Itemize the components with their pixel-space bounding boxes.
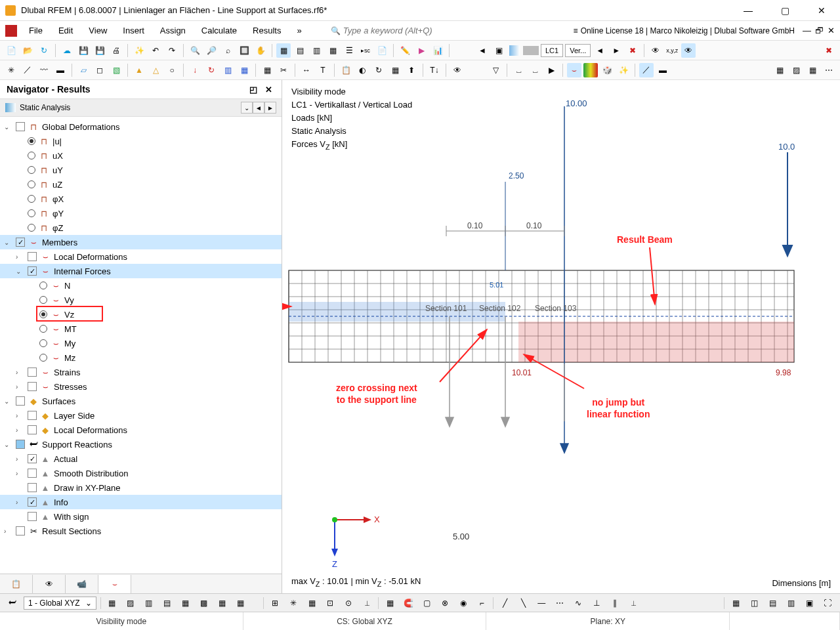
sb-view2-icon[interactable]: ◫ <box>747 596 761 610</box>
mirror-icon[interactable]: ◐ <box>355 63 369 77</box>
member-icon[interactable]: ▬ <box>53 63 68 77</box>
sb-line3-icon[interactable]: — <box>534 596 549 610</box>
tree-global-deformations[interactable]: ⌄ ⊓ Global Deformations <box>0 119 282 134</box>
tree-if-n[interactable]: ⌣N <box>0 278 282 293</box>
navigator-icon[interactable]: ☰ <box>342 43 356 58</box>
lc-nav-prev-icon[interactable]: ◄ <box>593 43 607 58</box>
analysis-dropdown-icon[interactable]: ⌄ <box>241 102 253 114</box>
doc-icon[interactable]: 📄 <box>375 43 389 58</box>
analysis-prev-icon[interactable]: ◄ <box>253 102 264 114</box>
tree-support[interactable]: ⌄⮨Support Reactions <box>0 437 282 452</box>
analysis-next-icon[interactable]: ► <box>264 102 276 114</box>
calc-icon[interactable]: ▶ <box>414 43 429 58</box>
navigator-undock-icon[interactable]: ◰ <box>247 85 260 94</box>
script-icon[interactable]: ▸sc <box>358 43 373 58</box>
sb-grid5-icon[interactable]: ▦ <box>178 596 193 610</box>
sb-osnap5-icon[interactable]: ◉ <box>456 596 471 610</box>
sb-osnap3-icon[interactable]: ▢ <box>419 596 434 610</box>
sb-grid4-icon[interactable]: ▤ <box>160 596 175 610</box>
zoom-out-icon[interactable]: 🔎 <box>204 43 219 58</box>
menu-assign[interactable]: Assign <box>154 23 192 38</box>
sb-snap5-icon[interactable]: ⊙ <box>341 596 356 610</box>
render2-icon[interactable]: ▨ <box>789 63 803 77</box>
tree-gd-phiy[interactable]: ⊓φY <box>0 206 282 220</box>
tree-members[interactable]: ⌄ ⌣ Members <box>0 235 282 249</box>
support-node-icon[interactable]: ▲ <box>132 63 146 77</box>
sb-grid7-icon[interactable]: ▦ <box>215 596 230 610</box>
tree-sup-info[interactable]: ›▲Info <box>0 495 282 509</box>
sb-grid6-icon[interactable]: ▩ <box>197 596 211 610</box>
tree-members-strains[interactable]: ›⌣Strains <box>0 365 282 379</box>
tree-sup-xy[interactable]: ▲Draw in XY-Plane <box>0 480 282 495</box>
results-tree[interactable]: ⌄ ⊓ Global Deformations ⊓|u| ⊓uX ⊓uY ⊓uZ… <box>0 117 282 574</box>
copy-icon[interactable]: 📋 <box>339 63 353 77</box>
show-values-icon[interactable]: 👁 <box>648 43 663 58</box>
rotate-icon[interactable]: ↻ <box>371 63 386 77</box>
hinge-icon[interactable]: ○ <box>165 63 179 77</box>
inner-restore[interactable]: 🗗 <box>815 26 824 35</box>
contour-icon[interactable] <box>583 63 598 77</box>
clear-icon[interactable]: ✖ <box>822 43 836 58</box>
render3-icon[interactable]: ▦ <box>805 63 820 77</box>
show-all-icon[interactable]: 👁 <box>450 63 465 77</box>
tree-if-my[interactable]: ⌣My <box>0 336 282 350</box>
menu-view[interactable]: View <box>82 23 114 38</box>
xyz-labels-icon[interactable]: x,y,z <box>665 43 679 58</box>
text-icon[interactable]: T <box>316 63 330 77</box>
menu-file[interactable]: File <box>22 23 49 38</box>
menu-insert[interactable]: Insert <box>116 23 151 38</box>
menu-edit[interactable]: Edit <box>52 23 79 38</box>
load-moment-icon[interactable]: ↻ <box>204 63 219 77</box>
wireframe-icon[interactable]: ／ <box>639 63 654 77</box>
mesh-icon[interactable]: ▦ <box>260 63 274 77</box>
sb-grid1-icon[interactable]: ▦ <box>105 596 119 610</box>
lc-prev-icon[interactable]: ◄ <box>475 43 490 58</box>
new-window-icon[interactable]: ✨ <box>132 43 146 58</box>
view4-icon[interactable]: ▦ <box>326 43 340 58</box>
menu-results[interactable]: Results <box>246 23 287 38</box>
nav-tab-data[interactable]: 📋 <box>0 575 33 593</box>
section-icon[interactable]: ✂ <box>276 63 291 77</box>
sb-grid2-icon[interactable]: ▨ <box>123 596 138 610</box>
render1-icon[interactable]: ▦ <box>772 63 787 77</box>
polyline-icon[interactable]: 〰 <box>37 63 51 77</box>
filter-icon[interactable]: ▽ <box>488 63 503 77</box>
sb-view4-icon[interactable]: ▥ <box>784 596 798 610</box>
array-icon[interactable]: ▦ <box>388 63 402 77</box>
sb-snap4-icon[interactable]: ⊡ <box>323 596 337 610</box>
sb-ortho-icon[interactable]: ⌐ <box>474 596 489 610</box>
deform-icon[interactable]: ⌣ <box>567 63 581 77</box>
sb-osnap4-icon[interactable]: ⊗ <box>438 596 452 610</box>
nav-tab-results[interactable]: ⌣ <box>98 575 131 593</box>
tree-gd-ux[interactable]: ⊓uX <box>0 148 282 163</box>
cs-combo[interactable]: 1 - Global XYZ <box>24 597 96 610</box>
tree-members-stresses[interactable]: ›⌣Stresses <box>0 379 282 394</box>
view2-icon[interactable]: ▤ <box>293 43 307 58</box>
tree-if-mt[interactable]: ⌣MT <box>0 322 282 336</box>
tree-surf-ld[interactable]: ›◆Local Deformations <box>0 423 282 437</box>
iso-icon[interactable]: 🎲 <box>600 63 614 77</box>
temp-hide-icon[interactable]: T↓ <box>427 63 442 77</box>
load-line-icon[interactable]: ▥ <box>220 63 235 77</box>
sb-line5-icon[interactable]: ∿ <box>571 596 585 610</box>
clip-z-icon[interactable]: ▶ <box>544 63 558 77</box>
edit-icon[interactable]: ✏️ <box>398 43 412 58</box>
zoom-window-icon[interactable]: ⌕ <box>220 43 235 58</box>
navigator-close-icon[interactable]: ✕ <box>262 85 275 94</box>
tree-sup-sign[interactable]: ▲With sign <box>0 509 282 524</box>
viewport[interactable]: Visibility mode LC1 - Vertikallast / Ver… <box>282 80 840 593</box>
solid-view-icon[interactable]: ▬ <box>656 63 670 77</box>
view1-icon[interactable]: ▦ <box>276 43 291 58</box>
sb-line2-icon[interactable]: ╲ <box>516 596 530 610</box>
extrude-icon[interactable]: ⬆ <box>404 63 419 77</box>
tree-gd-uz[interactable]: ⊓uZ <box>0 177 282 192</box>
lc-label[interactable]: LC1 <box>541 44 563 57</box>
menu-more[interactable]: » <box>290 23 308 38</box>
sb-grid3-icon[interactable]: ▥ <box>142 596 156 610</box>
new-icon[interactable]: 📄 <box>4 43 18 58</box>
sb-line4-icon[interactable]: ⋯ <box>553 596 567 610</box>
sb-line7-icon[interactable]: ∥ <box>608 596 622 610</box>
sb-osnap2-icon[interactable]: 🧲 <box>401 596 415 610</box>
tree-gd-phix[interactable]: ⊓φX <box>0 192 282 206</box>
open-icon[interactable]: 📂 <box>20 43 35 58</box>
